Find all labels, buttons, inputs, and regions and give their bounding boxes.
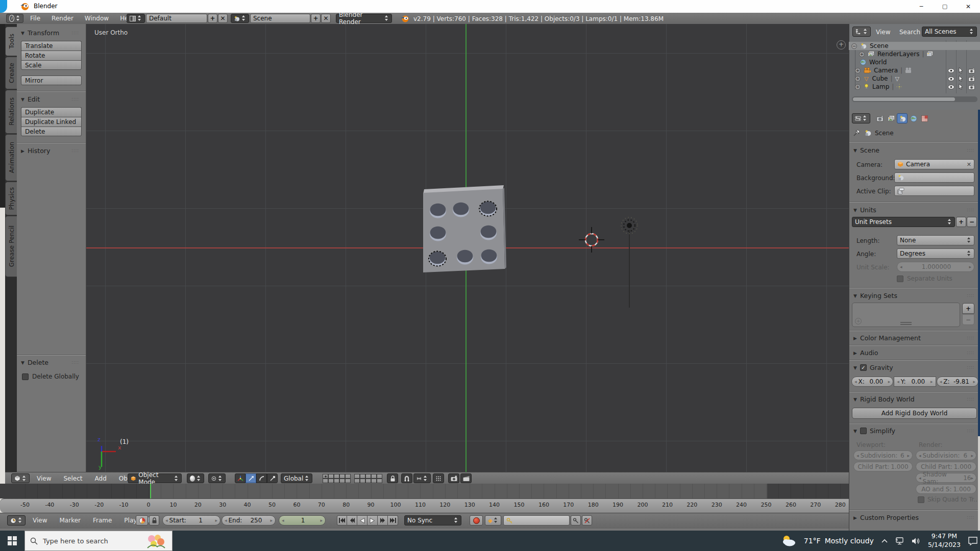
mode-dropdown[interactable]: Object Mode: [128, 473, 182, 483]
layer-toggle[interactable]: [328, 479, 334, 483]
lock-frame-button[interactable]: [149, 515, 159, 525]
panel-header-custom-properties[interactable]: ▶Custom Properties::::: [853, 514, 977, 521]
props-tab-world[interactable]: [908, 113, 919, 123]
outliner-hscrollbar-thumb[interactable]: [853, 97, 955, 101]
viewport-3d[interactable]: x y z (1) User Ortho +: [86, 24, 849, 472]
remove-unit-preset-button[interactable]: −: [967, 217, 977, 227]
layer-toggle[interactable]: [365, 474, 371, 479]
viewport-shading-dropdown[interactable]: [187, 473, 204, 483]
outliner-row-cube[interactable]: + ▽ Cube | ▽: [849, 74, 980, 83]
timeline-ruler[interactable]: -50-40-30-20-100102030405060708090100110…: [0, 498, 849, 513]
angle-dropdown[interactable]: Degrees: [897, 248, 974, 259]
outliner-row-world[interactable]: World: [849, 58, 980, 66]
props-tab-render-layers[interactable]: [886, 113, 896, 123]
preview-range-clock-button[interactable]: [136, 515, 148, 525]
props-tab-scene[interactable]: [897, 113, 908, 123]
background-field[interactable]: [894, 172, 974, 183]
tab-relations[interactable]: Relations: [5, 90, 17, 134]
panel-header-audio[interactable]: ▶Audio::::: [853, 349, 977, 357]
selectability-cursor-icon[interactable]: [959, 76, 963, 82]
network-icon[interactable]: [895, 537, 904, 545]
maximize-button[interactable]: ▢: [933, 0, 957, 13]
sync-dropdown[interactable]: No Sync: [404, 515, 461, 525]
tab-tools[interactable]: Tools: [5, 27, 17, 56]
collapse-icon[interactable]: −: [851, 43, 857, 49]
duplicate-button[interactable]: Duplicate: [21, 107, 82, 117]
close-layout-button[interactable]: ✕: [218, 14, 228, 23]
panel-header-rigid-body-world[interactable]: ▼Rigid Body World::::: [853, 395, 977, 403]
unit-presets-dropdown[interactable]: Unit Presets: [852, 217, 955, 227]
layer-toggle[interactable]: [345, 479, 351, 483]
notification-center-icon[interactable]: [968, 536, 978, 545]
snap-toggle-button[interactable]: [401, 473, 412, 483]
opengl-render-anim-button[interactable]: [460, 473, 472, 483]
props-tab-render[interactable]: [874, 113, 885, 123]
start-frame-field[interactable]: ◂Start: 1▸: [162, 515, 220, 525]
tab-animation[interactable]: Animation: [5, 134, 17, 181]
scene-selector-icon-button[interactable]: [231, 14, 249, 23]
pin-icon[interactable]: [853, 129, 861, 137]
editor-type-properties-button[interactable]: [852, 113, 870, 123]
editor-type-timeline-button[interactable]: [7, 515, 26, 525]
list-resize-handle[interactable]: [900, 322, 912, 325]
end-frame-field[interactable]: ◂End: 250▸: [222, 515, 276, 525]
visibility-eye-icon[interactable]: [948, 68, 954, 73]
outliner-menu-search[interactable]: Search: [897, 29, 922, 36]
gravity-z-field[interactable]: ◂Z: -9.81▸: [937, 377, 978, 387]
outliner-row-renderlayers[interactable]: + RenderLayers |: [849, 50, 980, 58]
current-frame-line[interactable]: [150, 484, 151, 498]
add-unit-preset-button[interactable]: +: [956, 217, 966, 227]
selectability-cursor-icon[interactable]: [959, 84, 963, 90]
panel-header-gravity[interactable]: ▼✓Gravity::::: [853, 364, 977, 371]
visibility-eye-icon[interactable]: [948, 85, 954, 89]
tl-menu-marker[interactable]: Marker: [57, 517, 82, 524]
layer-toggle[interactable]: [354, 474, 360, 479]
layer-toggle[interactable]: [334, 474, 339, 479]
delete-globally-checkbox[interactable]: [22, 373, 29, 380]
expand-icon[interactable]: +: [855, 68, 861, 73]
clear-camera-icon[interactable]: ✕: [967, 161, 971, 168]
camera-field[interactable]: Camera ✕: [894, 159, 974, 169]
layer-toggle[interactable]: [323, 479, 328, 483]
next-keyframe-button[interactable]: [378, 515, 388, 525]
add-rigid-body-world-button[interactable]: Add Rigid Body World: [852, 408, 977, 419]
panel-header-units[interactable]: ▼Units::::: [853, 206, 977, 214]
separate-units-checkbox[interactable]: [897, 276, 903, 282]
remove-keying-set-button[interactable]: −: [962, 314, 974, 325]
screen-layout-name-field[interactable]: Default: [146, 14, 207, 23]
vp-menu-add[interactable]: Add: [93, 475, 109, 482]
r-shadow-field[interactable]: ◂Shadow Sam: 16▸: [916, 473, 976, 483]
screen-layout-icon-button[interactable]: [127, 14, 145, 23]
layer-toggle[interactable]: [323, 474, 328, 479]
selectability-cursor-icon[interactable]: [959, 67, 963, 73]
layer-toggle[interactable]: [377, 474, 382, 479]
insert-keyframe-button[interactable]: [571, 515, 581, 525]
layer-toggle[interactable]: [371, 474, 377, 479]
layer-toggle[interactable]: [360, 479, 365, 483]
minimize-button[interactable]: ─: [910, 0, 933, 13]
delete-button[interactable]: Delete: [21, 127, 82, 136]
region-expand-button[interactable]: +: [837, 40, 846, 49]
mirror-button[interactable]: Mirror: [21, 76, 82, 85]
layer-toggle[interactable]: [360, 474, 365, 479]
opengl-render-image-button[interactable]: [448, 473, 459, 483]
layers-group-2[interactable]: [354, 474, 382, 483]
current-frame-field[interactable]: ◂ 1▸: [279, 515, 326, 525]
menu-render[interactable]: Render: [50, 15, 76, 22]
expand-icon[interactable]: +: [859, 52, 865, 57]
clock-datetime[interactable]: 9:47 PM 5/14/2023: [928, 532, 961, 549]
layer-toggle[interactable]: [371, 479, 377, 483]
editor-type-3dview-button[interactable]: [11, 473, 30, 483]
layer-toggle[interactable]: [339, 474, 345, 479]
keying-set-field[interactable]: [503, 515, 570, 525]
skip-quad-checkbox[interactable]: [918, 496, 924, 503]
r-ao-field[interactable]: AO and S: 1.000: [916, 484, 976, 494]
layer-toggle[interactable]: [339, 479, 345, 483]
close-scene-button[interactable]: ✕: [321, 14, 331, 23]
panel-header-keying-sets[interactable]: ▼Keying Sets::::: [853, 292, 977, 299]
gravity-x-field[interactable]: ◂X: 0.00▸: [851, 377, 893, 387]
breadcrumb-label[interactable]: Scene: [875, 130, 894, 137]
add-keying-set-button[interactable]: +: [962, 303, 974, 314]
r-subdivision-field[interactable]: ◂Subdivision: 6▸: [916, 450, 976, 460]
play-button[interactable]: [368, 515, 378, 525]
